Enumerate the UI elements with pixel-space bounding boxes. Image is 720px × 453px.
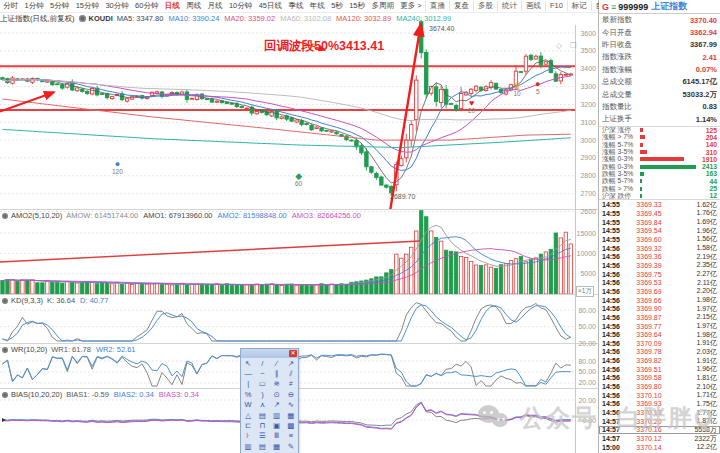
- drawing-tool-icon-22[interactable]: ▥: [270, 410, 284, 420]
- drawing-tool-icon-11[interactable]: ≠: [284, 379, 298, 389]
- drawing-tool-icon-3[interactable]: ↗: [284, 358, 298, 368]
- drawing-tool-icon-18[interactable]: ↗: [270, 400, 284, 410]
- drawing-tool-icon-0[interactable]: ↖: [241, 358, 255, 368]
- drawing-tool-icon-6[interactable]: ∥: [270, 368, 284, 378]
- drawing-tool-icon-21[interactable]: ▤: [255, 410, 269, 420]
- toolbar-item-多股[interactable]: 多股: [473, 1, 497, 11]
- drawing-tool-icon-20[interactable]: △: [241, 410, 255, 420]
- tab-5秒[interactable]: 5秒: [328, 1, 346, 10]
- drawing-tool-icon-29[interactable]: ☰: [255, 431, 269, 441]
- stat-bar: [640, 157, 684, 161]
- tab-分时[interactable]: 分时: [0, 1, 21, 10]
- quote-row: 指数涨幅0.07%: [599, 64, 720, 76]
- drawing-tool-icon-13[interactable]: ): [255, 389, 269, 399]
- gem-marker-icon: ◆60: [295, 172, 302, 188]
- drawing-tool-icon-12[interactable]: %: [241, 389, 255, 399]
- quote-row: 昨日收盘3367.99: [599, 39, 720, 51]
- drawing-tool-icon-8[interactable]: |: [241, 379, 255, 389]
- toolbar-item-统计[interactable]: 统计: [497, 1, 521, 11]
- wr-header: WR(10,20) WR1: 61.78WR2: 52.61: [2, 345, 140, 354]
- drawing-tool-icon-2[interactable]: ∕: [270, 358, 284, 368]
- trading-app: 即 分时1分钟5分钟15分钟30分钟60分钟日线周线月线10分钟45日线季线年线…: [0, 0, 720, 453]
- close-icon[interactable]: ✕: [289, 350, 297, 357]
- kd-settings-icon[interactable]: [2, 298, 8, 304]
- amo-settings-icon[interactable]: [2, 213, 8, 219]
- toolbar-item-标记[interactable]: 标记: [567, 1, 591, 11]
- drawing-tool-icon-30[interactable]: Ⅲ: [270, 431, 284, 441]
- drawing-tool-icon-17[interactable]: ⋏: [255, 400, 269, 410]
- tab-多周期[interactable]: 多周期: [368, 1, 397, 10]
- axis-label: 2900: [574, 154, 596, 161]
- tab-15秒[interactable]: 15秒: [346, 1, 368, 10]
- drawing-tool-icon-35[interactable]: ✎: [284, 441, 298, 451]
- tab-60分钟[interactable]: 60分钟: [132, 1, 162, 10]
- tab-10分钟[interactable]: 10分钟: [226, 1, 256, 10]
- drawing-tool-icon-28[interactable]: ⊦: [241, 431, 255, 441]
- pane-separator: [0, 294, 598, 295]
- toolbar-item-画线[interactable]: 画线: [521, 1, 545, 11]
- drawing-toolbar-titlebar[interactable]: ✕: [241, 349, 298, 358]
- indicator-value: BIAS2: 0.34: [114, 390, 154, 399]
- axis-label: 80.00: [574, 307, 596, 314]
- drawing-tool-icon-25[interactable]: ⊓: [255, 420, 269, 430]
- tab-45日线[interactable]: 45日线: [255, 1, 285, 10]
- drawing-tool-icon-9[interactable]: ▭: [255, 379, 269, 389]
- toolbar-item-直播[interactable]: 直播: [425, 1, 449, 11]
- tab-年线[interactable]: 年线: [307, 1, 328, 10]
- axis-label: 5000: [574, 270, 596, 277]
- kd-header: KD(9,3,3) K: 36.64D: 40.77: [2, 296, 113, 305]
- tab-5分钟[interactable]: 5分钟: [47, 1, 73, 10]
- drawing-tool-icon-27[interactable]: ▩: [284, 420, 298, 430]
- toolbar-item-F10[interactable]: F10: [545, 1, 567, 11]
- tab-1分钟[interactable]: 1分钟: [21, 1, 47, 10]
- quote-panel: G ≡ 999999 上证指数 最新指数3370.40今日开盘3362.94昨日…: [599, 0, 720, 453]
- toolbar-item-复盘[interactable]: 复盘: [449, 1, 473, 11]
- stat-bar: [640, 194, 642, 198]
- tick-list[interactable]: 14:553369.331.62亿14:553369.451.76亿14:553…: [599, 200, 720, 451]
- drawing-tool-icon-1[interactable]: /: [255, 358, 269, 368]
- heart-marker-icon: ♥20: [468, 99, 475, 115]
- drawing-tool-icon-23[interactable]: ▦: [284, 410, 298, 420]
- drawing-tool-icon-5[interactable]: ~: [255, 368, 269, 378]
- drawing-toolbar[interactable]: ✕ ↖/∕↗—~∥⫽|▭≋≠%)⊙⊖W⋏↗∿△▤▥▦⊏⊓▣▩⊦☰Ⅲ≡▥▤▦✎: [240, 348, 299, 453]
- wr-settings-icon[interactable]: [2, 347, 8, 353]
- drawing-tool-icon-34[interactable]: ▦: [270, 441, 284, 451]
- drawing-tool-icon-4[interactable]: —: [241, 368, 255, 378]
- drawing-tool-icon-15[interactable]: ⊖: [284, 389, 298, 399]
- tab-日线[interactable]: 日线: [162, 1, 183, 10]
- drawing-tool-icon-14[interactable]: ⊙: [270, 389, 284, 399]
- bias-settings-icon[interactable]: [2, 392, 8, 398]
- drawing-tool-icon-32[interactable]: ▥: [241, 441, 255, 451]
- drawing-tool-icon-26[interactable]: ▣: [270, 420, 284, 430]
- quote-row: 指数涨跌2.41: [599, 51, 720, 63]
- stat-bar: [640, 179, 642, 183]
- drawing-tool-icon-33[interactable]: ▤: [255, 441, 269, 451]
- drawing-tool-icon-16[interactable]: W: [241, 400, 255, 410]
- quote-panel-header[interactable]: G ≡ 999999 上证指数: [599, 0, 720, 14]
- axis-label: 50.00: [574, 368, 596, 375]
- axis-label: 50.00: [574, 323, 596, 330]
- axis-label: 20.00: [574, 397, 596, 404]
- tab-季线[interactable]: 季线: [285, 1, 306, 10]
- quote-row: 指数量比0.83: [599, 101, 720, 113]
- indicator-value: WR2: 52.61: [96, 345, 136, 354]
- amo-params: AMO2(5,10,20): [11, 211, 62, 220]
- stock-code: 999999: [618, 2, 648, 12]
- stat-bar: [640, 135, 645, 139]
- tab-月线[interactable]: 月线: [204, 1, 225, 10]
- drawing-tool-icon-31[interactable]: ≡: [284, 431, 298, 441]
- tab-15分钟[interactable]: 15分钟: [72, 1, 102, 10]
- axis-label: 10000: [574, 250, 596, 257]
- amo-header: AMO2(5,10,20) AMOW: 61451744.00AMO1: 679…: [2, 211, 366, 220]
- drawing-tool-icon-7[interactable]: ⫽: [284, 368, 298, 378]
- drawing-tool-icon-19[interactable]: ∿: [284, 400, 298, 410]
- indicator-settings-icon[interactable]: [79, 15, 86, 22]
- volume-chart[interactable]: [0, 210, 575, 294]
- drawing-tool-icon-10[interactable]: ≋: [270, 379, 284, 389]
- chart-corner-icons[interactable]: ◇ ❐: [556, 41, 580, 50]
- tab-更多 >[interactable]: 更多 >: [397, 1, 425, 10]
- tab-30分钟[interactable]: 30分钟: [102, 1, 132, 10]
- indicator-value: AMOW: 61451744.00: [66, 211, 138, 220]
- tab-周线[interactable]: 周线: [183, 1, 204, 10]
- drawing-tool-icon-24[interactable]: ⊏: [241, 420, 255, 430]
